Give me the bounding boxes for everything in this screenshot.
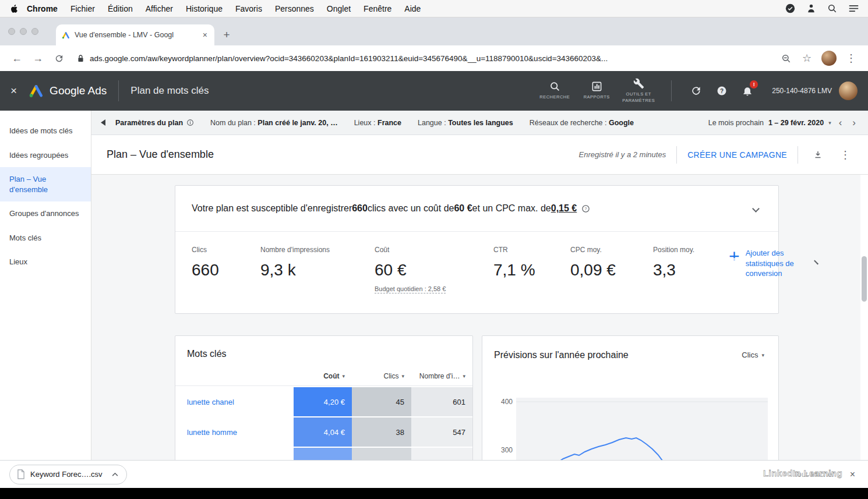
svg-text:?: ? [720,88,724,94]
bookmark-star-icon[interactable]: ☆ [798,49,816,67]
nav-reports-button[interactable]: RAPPORTS [576,81,618,100]
browser-tab[interactable]: Vue d'ensemble - LMV - Googl × [56,24,214,45]
networks-setting[interactable]: Réseaux de recherche : Google [530,119,634,127]
menu-item-edition[interactable]: Édition [101,4,139,13]
menu-item-chrome[interactable]: Chrome [20,4,64,13]
metric-clics: Clics 660 [192,246,234,279]
headline-text: clics avec un coût de [368,203,454,214]
headline-text: Votre plan est susceptible d'enregistrer [192,203,352,214]
y-axis-tick: 300 [494,446,513,454]
nav-search-label: RECHERCHE [539,94,570,100]
downloads-bar-close-icon[interactable]: × [850,469,855,480]
scrollbar-track[interactable] [860,175,868,460]
language-setting[interactable]: Langue : Toutes les langues [418,119,513,127]
menu-item-favoris[interactable]: Favoris [229,4,269,13]
chrome-tabstrip: Vue d'ensemble - LMV - Googl × + [0,17,868,45]
new-tab-button[interactable]: + [218,26,235,44]
menu-item-fichier[interactable]: Fichier [64,4,101,13]
help-icon[interactable]: ? [711,80,732,101]
metric-cpc-moy: CPC moy. 0,09 € [570,246,626,279]
keyword-link[interactable]: lunette homme [175,417,294,447]
watermark: LinkedIn Learning [757,465,848,482]
url-text[interactable]: ads.google.com/aw/keywordplanner/plan/ov… [90,54,608,63]
account-id[interactable]: 250-140-4876 LMV [772,87,832,95]
metrics-next-icon[interactable] [814,260,818,265]
sidebar-item-idees-mots-cles[interactable]: Idées de mots clés [0,119,91,143]
menu-item-historique[interactable]: Historique [179,4,229,13]
window-zoom-button[interactable] [31,28,38,35]
back-icon[interactable]: ← [8,49,26,67]
window-minimize-button[interactable] [20,28,27,35]
column-header-clics[interactable]: Clics ▾ [352,372,411,380]
menu-item-onglet[interactable]: Onglet [320,4,357,13]
tab-close-icon[interactable]: × [202,30,209,40]
period-dropdown-icon[interactable]: ▾ [828,120,831,126]
download-icon[interactable] [809,146,827,164]
more-options-icon[interactable]: ⋮ [838,148,853,161]
notification-center-icon[interactable] [849,4,859,13]
sidebar-item-groupes-annonces[interactable]: Groupes d'annonces [0,201,91,226]
period-prev-icon[interactable]: ‹ [836,117,845,129]
table-row[interactable]: lunette chanel 4,20 € 45 601 [175,387,472,416]
forecast-metric-select[interactable]: Clics ▾ [738,349,768,361]
sidebar-item-mots-cles[interactable]: Mots clés [0,226,91,250]
status-person-icon[interactable] [807,3,816,13]
saved-status: Enregistré il y a 2 minutes [579,150,666,159]
language-value: Toutes les langues [448,119,513,127]
column-label: Coût [323,372,339,380]
page-title: Plan – Vue d'ensemble [107,148,214,161]
column-header-cout[interactable]: Coût ▾ [294,372,352,380]
google-ads-logo [29,84,44,98]
headline-cpc-max[interactable]: 0,15 € [551,203,577,214]
metric-ctr: CTR 7,1 % [493,246,544,279]
notifications-bell-icon[interactable]: ! [737,80,758,101]
zoom-icon[interactable] [777,49,795,67]
downloaded-file-chip[interactable]: Keyword Forec….csv [9,465,127,484]
collapse-summary-icon[interactable] [752,205,760,213]
spotlight-icon[interactable] [827,3,837,13]
chevron-up-icon[interactable] [108,467,123,482]
sidebar-item-lieux[interactable]: Lieux [0,250,91,274]
add-conversion-stats-label: Ajouter des statistiques de conversion [746,248,807,279]
sidebar: Idées de mots clés Idées regroupées Plan… [0,111,91,460]
account-avatar[interactable] [839,82,858,100]
nav-search-button[interactable]: RECHERCHE [534,81,576,100]
lock-icon[interactable] [77,54,84,63]
menu-item-afficher[interactable]: Afficher [139,4,179,13]
table-row[interactable] [175,448,472,460]
browser-menu-icon[interactable]: ⋮ [842,49,860,67]
menu-item-aide[interactable]: Aide [398,4,427,13]
nav-tools-button[interactable]: OUTILS ET PARAMÈTRES [618,78,659,103]
forward-icon[interactable]: → [29,49,47,67]
plan-settings-button[interactable]: Paramètres du plan [115,119,194,127]
refresh-icon[interactable] [686,80,707,101]
keyword-link[interactable] [175,448,294,460]
sidebar-item-plan-vue-ensemble[interactable]: Plan – Vue d'ensemble [0,167,91,201]
menu-item-fenetre[interactable]: Fenêtre [357,4,398,13]
keyword-link[interactable]: lunette chanel [175,387,294,416]
apple-menu-icon[interactable] [9,3,18,14]
plan-name-setting[interactable]: Nom du plan : Plan créé le janv. 20, … [210,119,338,127]
locations-setting[interactable]: Lieux : France [354,119,401,127]
address-bar[interactable]: ads.google.com/aw/keywordplanner/plan/ov… [71,48,774,68]
collapse-panel-icon[interactable] [101,119,106,126]
ads-close-icon[interactable]: × [10,84,17,97]
daily-budget-link[interactable]: Budget quotidien : 2,58 € [375,285,446,293]
headline-help-icon[interactable]: ? [581,204,590,213]
column-header-impressions[interactable]: Nombre d'i… ▾ [411,372,472,380]
status-check-icon[interactable] [785,3,795,13]
divider [118,80,119,101]
browser-profile-avatar[interactable] [821,51,837,66]
downloaded-file-name: Keyword Forec….csv [30,470,103,479]
sidebar-item-idees-regroupees[interactable]: Idées regroupées [0,143,91,168]
reload-icon[interactable] [50,49,68,67]
window-close-button[interactable] [8,28,15,35]
scrollbar-thumb[interactable] [862,256,867,302]
metric-label: CTR [493,246,544,254]
period-value[interactable]: 1 – 29 févr. 2020 [768,119,824,127]
browser-toolbar: ← → ads.google.com/aw/keywordplanner/pla… [0,45,868,71]
period-next-icon[interactable]: › [849,117,859,129]
table-row[interactable]: lunette homme 4,04 € 38 547 [175,417,472,447]
menu-item-personnes[interactable]: Personnes [269,4,320,13]
create-campaign-button[interactable]: CRÉER UNE CAMPAGNE [687,150,787,160]
